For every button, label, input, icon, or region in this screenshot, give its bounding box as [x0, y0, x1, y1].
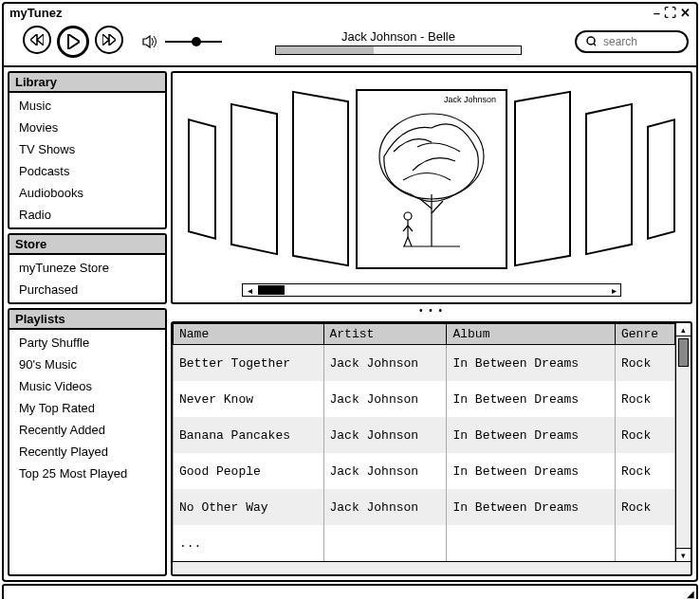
col-artist[interactable]: Artist	[323, 324, 447, 345]
cell-genre: Rock	[615, 345, 674, 382]
cell-name: Banana Pancakes	[174, 417, 324, 453]
sidebar-item-recently-played[interactable]: Recently Played	[9, 441, 165, 463]
coverflow-panel: Jack Johnson	[171, 71, 692, 304]
window-controls: – ⛶ ✕	[654, 6, 691, 20]
col-name[interactable]: Name	[174, 324, 324, 345]
sidebar-item-podcasts[interactable]: Podcasts	[9, 160, 165, 182]
speaker-icon	[142, 35, 159, 48]
album-artist-label: Jack Johnson	[444, 95, 496, 104]
cell-genre	[615, 525, 674, 561]
cell-artist: Jack Johnson	[323, 417, 447, 453]
cell-name: Good People	[174, 453, 324, 489]
resize-grip-icon[interactable]: ◢	[687, 590, 694, 598]
sidebar-item-my-top-rated[interactable]: My Top Rated	[9, 397, 165, 419]
library-panel: Library Music Movies TV Shows Podcasts A…	[8, 71, 167, 229]
body: Library Music Movies TV Shows Podcasts A…	[4, 67, 696, 580]
album-art-tree-icon	[365, 104, 498, 256]
svg-line-12	[408, 226, 413, 231]
coverflow-card[interactable]	[514, 91, 571, 267]
forward-button[interactable]	[95, 26, 123, 54]
playlists-header: Playlists	[9, 310, 165, 330]
rewind-button[interactable]	[23, 26, 51, 54]
table-row[interactable]: No Other WayJack JohnsonIn Between Dream…	[174, 489, 675, 525]
progress-fill	[276, 46, 374, 54]
cell-genre: Rock	[615, 417, 674, 453]
sidebar-item-movies[interactable]: Movies	[9, 117, 165, 138]
coverflow-card[interactable]	[292, 91, 349, 267]
sidebar: Library Music Movies TV Shows Podcasts A…	[4, 67, 171, 580]
track-table-panel: Name Artist Album Genre Better TogetherJ…	[171, 321, 692, 576]
cell-name: No Other Way	[174, 489, 324, 525]
progress-bar[interactable]	[275, 45, 522, 55]
sidebar-item-music[interactable]: Music	[9, 95, 165, 117]
sidebar-item-store[interactable]: myTuneze Store	[9, 257, 165, 279]
cell-album: In Between Dreams	[447, 381, 616, 417]
search-input[interactable]	[601, 34, 677, 49]
volume-control[interactable]	[142, 35, 222, 48]
sidebar-item-tv-shows[interactable]: TV Shows	[9, 138, 165, 160]
scroll-thumb[interactable]	[258, 285, 285, 295]
cell-genre: Rock	[615, 381, 674, 417]
store-header: Store	[9, 235, 165, 255]
scroll-up-icon[interactable]: ▴	[676, 323, 691, 336]
store-panel: Store myTuneze Store Purchased	[8, 233, 167, 304]
svg-point-0	[587, 37, 595, 45]
table-row[interactable]: ...	[174, 525, 675, 561]
sidebar-item-recently-added[interactable]: Recently Added	[9, 419, 165, 441]
table-row[interactable]: Good PeopleJack JohnsonIn Between Dreams…	[174, 453, 675, 489]
close-button[interactable]: ✕	[680, 6, 691, 20]
app-title: myTunez	[9, 6, 62, 20]
sidebar-item-radio[interactable]: Radio	[9, 204, 165, 226]
toolbar: Jack Johnson - Belle	[4, 22, 696, 67]
cell-album: In Between Dreams	[447, 345, 616, 382]
svg-line-9	[404, 237, 408, 246]
scroll-down-icon[interactable]: ▾	[676, 548, 691, 561]
coverflow-card[interactable]	[647, 118, 675, 240]
cell-artist: Jack Johnson	[323, 489, 447, 525]
table-horizontal-scrollbar[interactable]	[173, 561, 691, 574]
forward-icon	[102, 34, 116, 45]
cell-artist: Jack Johnson	[323, 453, 447, 489]
play-icon	[66, 34, 80, 49]
col-album[interactable]: Album	[447, 324, 616, 345]
coverflow-card[interactable]	[188, 118, 216, 240]
sidebar-item-party-shuffle[interactable]: Party Shuffle	[9, 332, 165, 354]
table-row[interactable]: Never KnowJack JohnsonIn Between DreamsR…	[174, 381, 675, 417]
table-vertical-scrollbar[interactable]: ▴ ▾	[675, 323, 691, 561]
scroll-left-icon[interactable]: ◂	[243, 285, 256, 296]
cell-album: In Between Dreams	[447, 489, 616, 525]
sidebar-item-music-videos[interactable]: Music Videos	[9, 375, 165, 397]
coverflow[interactable]: Jack Johnson	[185, 84, 678, 274]
minimize-button[interactable]: –	[654, 6, 660, 20]
table-row[interactable]: Better TogetherJack JohnsonIn Between Dr…	[174, 345, 675, 382]
scroll-right-icon[interactable]: ▸	[607, 285, 620, 296]
maximize-button[interactable]: ⛶	[664, 6, 676, 20]
volume-slider[interactable]	[165, 41, 222, 43]
rewind-icon	[30, 34, 44, 45]
table-header-row: Name Artist Album Genre	[174, 324, 675, 345]
col-genre[interactable]: Genre	[615, 324, 674, 345]
play-button[interactable]	[57, 26, 89, 58]
coverflow-card[interactable]	[585, 103, 633, 256]
table-row[interactable]: Banana PancakesJack JohnsonIn Between Dr…	[174, 417, 675, 453]
main-area: Jack Johnson	[171, 67, 696, 580]
cell-album: In Between Dreams	[447, 453, 616, 489]
track-table: Name Artist Album Genre Better TogetherJ…	[173, 323, 675, 561]
cell-genre: Rock	[615, 453, 674, 489]
cell-genre: Rock	[615, 489, 674, 525]
svg-line-1	[594, 44, 596, 47]
scroll-thumb[interactable]	[678, 338, 689, 367]
sidebar-item-90s-music[interactable]: 90's Music	[9, 354, 165, 375]
cell-name: Better Together	[174, 345, 324, 382]
playback-controls	[23, 26, 123, 58]
coverflow-card[interactable]	[230, 103, 278, 256]
cell-artist: Jack Johnson	[323, 381, 447, 417]
search-box[interactable]	[575, 30, 689, 53]
coverflow-center[interactable]: Jack Johnson	[356, 89, 507, 269]
splitter-handle[interactable]: • • •	[171, 308, 692, 318]
svg-line-5	[432, 201, 443, 213]
sidebar-item-purchased[interactable]: Purchased	[9, 279, 165, 300]
coverflow-scrollbar[interactable]: ◂ ▸	[242, 283, 621, 297]
sidebar-item-audiobooks[interactable]: Audiobooks	[9, 182, 165, 204]
sidebar-item-top-25[interactable]: Top 25 Most Played	[9, 463, 165, 484]
